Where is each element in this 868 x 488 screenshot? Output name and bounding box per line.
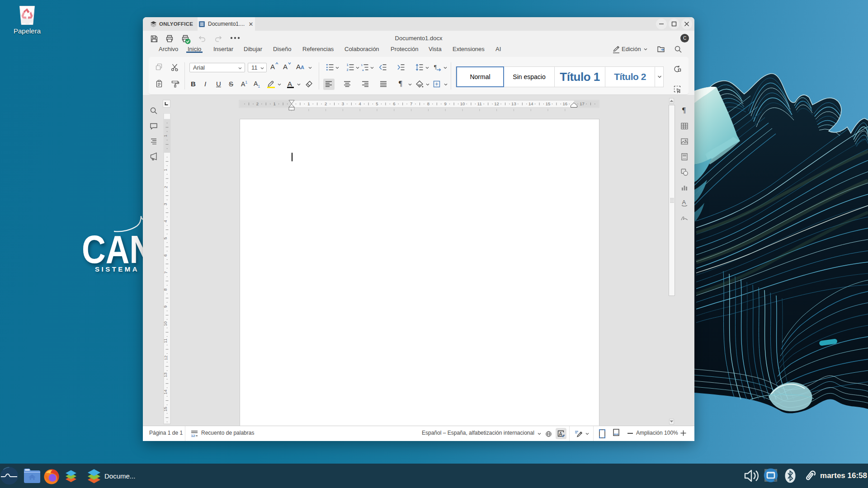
svg-text:11: 11 [163,338,168,343]
svg-text:15: 15 [163,407,168,412]
svg-text:6: 6 [393,101,395,106]
svg-text:A: A [559,431,562,436]
svg-text:9: 9 [444,101,447,106]
svg-text:5: 5 [163,237,168,239]
svg-text:10: 10 [460,101,465,106]
svg-text:8: 8 [163,288,168,291]
svg-text:4: 4 [163,220,168,222]
svg-text:6: 6 [163,254,168,257]
svg-text:1: 1 [163,135,168,137]
svg-text:13: 13 [511,101,516,106]
svg-text:12: 12 [163,356,168,361]
svg-text:2: 2 [163,186,168,188]
svg-text:7: 7 [410,101,412,106]
svg-text:3: 3 [342,101,344,106]
svg-text:9: 9 [163,305,168,308]
svg-text:11: 11 [477,101,482,106]
svg-text:10: 10 [163,321,168,326]
svg-text:14: 14 [163,389,168,394]
svg-text:8: 8 [427,101,429,106]
svg-text:3: 3 [163,203,168,205]
svg-text:12: 12 [494,101,499,106]
svg-text:7: 7 [163,271,168,273]
svg-text:1: 1 [274,101,276,106]
svg-text:2: 2 [256,101,259,106]
svg-text:5: 5 [376,101,378,106]
svg-text:1: 1 [307,101,310,106]
svg-text:2: 2 [325,101,327,106]
svg-text:16: 16 [563,101,568,106]
svg-text:15: 15 [546,101,551,106]
svg-text:4: 4 [359,101,361,106]
svg-text:14: 14 [528,101,533,106]
svg-text:1: 1 [163,169,168,171]
svg-text:17: 17 [580,101,585,106]
svg-text:13: 13 [163,373,168,378]
